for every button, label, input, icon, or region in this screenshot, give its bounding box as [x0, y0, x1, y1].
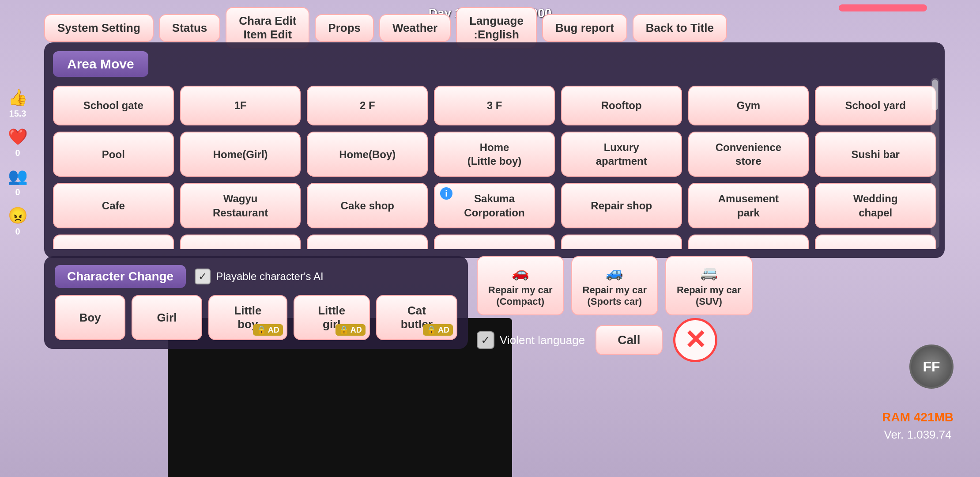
char-girl-button[interactable]: Girl	[132, 295, 202, 340]
location-cafe[interactable]: Cafe	[53, 183, 174, 228]
location-partial3[interactable]	[307, 235, 428, 249]
ram-info-area: RAM 421MB Ver. 1.039.74	[882, 410, 954, 442]
location-repair-shop[interactable]: Repair shop	[561, 183, 682, 228]
bottom-right-panel: ✓ Violent language Call ✕	[477, 318, 717, 362]
props-button[interactable]: Props	[315, 14, 374, 42]
suv-car-icon: 🚐	[700, 264, 718, 281]
lock-icon-cat-butler: 🔒 AD	[423, 324, 453, 336]
char-little-boy-button[interactable]: Little boy 🔒 AD	[208, 295, 287, 340]
location-1f[interactable]: 1F	[180, 86, 301, 125]
lock-icon-little-girl: 🔒 AD	[335, 324, 366, 336]
location-cake-shop[interactable]: Cake shop	[307, 183, 428, 228]
close-button[interactable]: ✕	[673, 318, 717, 362]
location-amusement-park[interactable]: Amusementpark	[688, 183, 809, 228]
compact-car-icon: 🚗	[512, 264, 529, 281]
location-wagyu-restaurant[interactable]: WagyuRestaurant	[180, 183, 301, 228]
repair-suv-label: Repair my car(SUV)	[677, 284, 741, 307]
ff-button[interactable]: FF	[909, 344, 954, 389]
ai-checkbox-label: Playable character's AI	[216, 270, 323, 283]
location-partial1[interactable]	[53, 235, 174, 249]
area-move-panel: Area Move School gate 1F 2 F 3 F Rooftop…	[44, 42, 945, 258]
social-people: 👥 0	[8, 167, 28, 197]
location-partial7[interactable]	[815, 235, 936, 249]
bug-report-button[interactable]: Bug report	[542, 14, 627, 42]
repair-compact-button[interactable]: 🚗 Repair my car(Compact)	[477, 256, 564, 315]
scroll-bar[interactable]	[931, 78, 939, 249]
location-school-yard[interactable]: School yard	[815, 86, 936, 125]
social-sidebar: 👍 15.3 ❤️ 0 👥 0 😠 0	[0, 88, 35, 237]
lock-icon-little-boy: 🔒 AD	[253, 324, 283, 336]
weather-button[interactable]: Weather	[379, 14, 451, 42]
location-pool[interactable]: Pool	[53, 132, 174, 177]
char-little-girl-button[interactable]: Little girl 🔒 AD	[294, 295, 370, 340]
car-repair-area: 🚗 Repair my car(Compact) 🚙 Repair my car…	[477, 256, 753, 315]
location-home-boy[interactable]: Home(Boy)	[307, 132, 428, 177]
violent-language-area: ✓ Violent language	[477, 331, 585, 349]
version-text: Ver. 1.039.74	[882, 428, 954, 442]
social-like: 👍 15.3	[8, 88, 28, 119]
location-2f[interactable]: 2 F	[307, 86, 428, 125]
heart-count: 0	[15, 148, 20, 158]
location-wedding-chapel[interactable]: Weddingchapel	[815, 183, 936, 228]
area-move-title: Area Move	[53, 51, 148, 77]
violent-language-checkbox[interactable]: ✓	[477, 331, 494, 349]
location-partial2[interactable]	[180, 235, 301, 249]
heart-icon: ❤️	[8, 128, 28, 146]
location-partial5[interactable]	[561, 235, 682, 249]
social-angry: 😠 0	[8, 206, 28, 237]
location-partial6[interactable]	[688, 235, 809, 249]
location-sakuma-corporation[interactable]: i SakumaCorporation	[434, 183, 555, 228]
social-heart: ❤️ 0	[8, 128, 28, 158]
people-count: 0	[15, 187, 20, 197]
angry-count: 0	[15, 227, 20, 237]
close-icon: ✕	[684, 327, 706, 353]
ai-checkbox[interactable]: ✓	[195, 269, 211, 284]
back-to-title-button[interactable]: Back to Title	[633, 14, 727, 42]
ram-text: RAM 421MB	[882, 410, 954, 424]
repair-compact-label: Repair my car(Compact)	[488, 284, 553, 307]
repair-sports-button[interactable]: 🚙 Repair my car(Sports car)	[571, 256, 659, 315]
like-icon: 👍	[8, 88, 28, 107]
character-buttons: Boy Girl Little boy 🔒 AD Little girl 🔒 A…	[55, 295, 457, 340]
character-change-title: Character Change	[55, 265, 186, 288]
location-home-little-boy[interactable]: Home(Little boy)	[434, 132, 555, 177]
area-move-grid: School gate 1F 2 F 3 F Rooftop Gym Schoo…	[53, 86, 936, 249]
like-count: 15.3	[9, 109, 26, 119]
violent-language-label: Violent language	[500, 333, 585, 347]
character-change-panel: Character Change ✓ Playable character's …	[44, 256, 468, 349]
repair-suv-button[interactable]: 🚐 Repair my car(SUV)	[665, 256, 753, 315]
char-cat-butler-button[interactable]: Cat butler 🔒 AD	[376, 295, 457, 340]
system-setting-button[interactable]: System Setting	[44, 14, 154, 42]
location-luxury-apartment[interactable]: Luxuryapartment	[561, 132, 682, 177]
angry-icon: 😠	[8, 206, 28, 225]
status-button[interactable]: Status	[159, 14, 220, 42]
location-police-station[interactable]: Police station	[434, 235, 555, 249]
scroll-thumb	[932, 80, 938, 110]
ai-checkbox-area: ✓ Playable character's AI	[195, 269, 323, 284]
character-change-header: Character Change ✓ Playable character's …	[55, 265, 457, 288]
char-boy-button[interactable]: Boy	[55, 295, 125, 340]
location-sushi-bar[interactable]: Sushi bar	[815, 132, 936, 177]
people-icon: 👥	[8, 167, 28, 186]
location-convenience-store[interactable]: Conveniencestore	[688, 132, 809, 177]
location-3f[interactable]: 3 F	[434, 86, 555, 125]
location-rooftop[interactable]: Rooftop	[561, 86, 682, 125]
location-home-girl[interactable]: Home(Girl)	[180, 132, 301, 177]
repair-sports-label: Repair my car(Sports car)	[583, 284, 647, 307]
call-button[interactable]: Call	[596, 325, 662, 355]
location-gym[interactable]: Gym	[688, 86, 809, 125]
sports-car-icon: 🚙	[606, 264, 623, 281]
location-school-gate[interactable]: School gate	[53, 86, 174, 125]
